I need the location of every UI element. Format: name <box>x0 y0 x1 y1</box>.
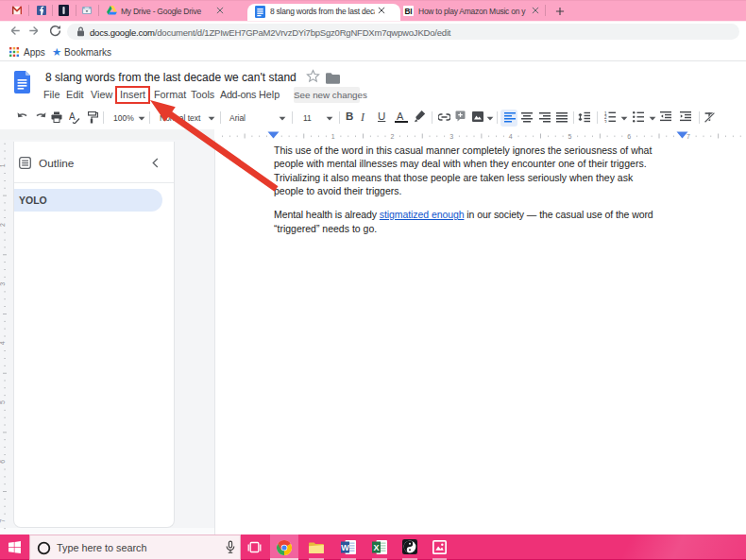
svg-text:A: A <box>69 111 76 122</box>
svg-text:6: 6 <box>0 460 6 464</box>
svg-text:2: 2 <box>0 223 6 227</box>
svg-text:5: 5 <box>568 133 572 140</box>
svg-text:2: 2 <box>390 133 394 140</box>
svg-text:3: 3 <box>604 120 607 124</box>
svg-text:4: 4 <box>509 133 513 140</box>
svg-text:BI: BI <box>404 8 412 16</box>
svg-text:3: 3 <box>449 133 453 140</box>
svg-text:5: 5 <box>0 400 6 404</box>
svg-text:1: 1 <box>0 163 6 167</box>
svg-text:W: W <box>341 543 349 552</box>
svg-text:1: 1 <box>331 133 335 140</box>
svg-text:4: 4 <box>0 341 6 345</box>
svg-text:7: 7 <box>0 518 6 522</box>
svg-text:6: 6 <box>627 133 631 140</box>
svg-text:X: X <box>373 543 379 552</box>
svg-text:3: 3 <box>0 282 6 286</box>
